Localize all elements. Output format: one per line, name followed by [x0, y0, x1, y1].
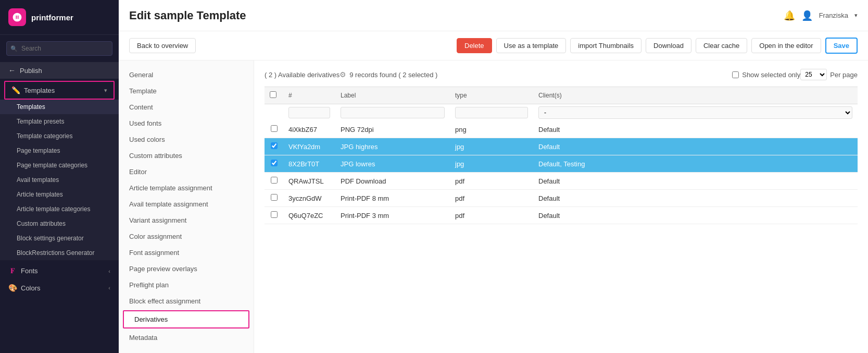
row2-hash: VKfYa2dm: [283, 138, 335, 155]
sidebar-item-templates[interactable]: ✏️ Templates ▾: [5, 82, 114, 99]
table-row: 3ycznGdW Print-PDF 8 mm pdf Default: [265, 190, 858, 207]
submenu-item-custom-attributes[interactable]: Custom attributes: [0, 216, 119, 231]
table-row: 4iXkbZ67 PNG 72dpi png Default: [265, 121, 858, 138]
search-area: [0, 35, 119, 62]
bell-icon[interactable]: 🔔: [784, 10, 795, 21]
left-nav-color-assignment[interactable]: Color assignment: [119, 228, 254, 245]
left-nav-page-preview-overlays[interactable]: Page preview overlays: [119, 261, 254, 277]
submenu-item-page-templates[interactable]: Page templates: [0, 143, 119, 158]
sidebar-publish[interactable]: ← Publish: [0, 62, 119, 79]
logo-text: printformer: [31, 13, 73, 22]
filter-type-input[interactable]: [455, 107, 528, 118]
row3-type: jpg: [450, 155, 533, 173]
left-nav-derivatives[interactable]: Derivatives: [124, 311, 248, 327]
submenu-item-block-restrictions[interactable]: BlockRestrictions Generator: [0, 246, 119, 260]
toolbar: Back to overview Delete Use as a templat…: [119, 31, 868, 60]
row3-clients: Default, Testing: [533, 155, 858, 173]
table-body: 4iXkbZ67 PNG 72dpi png Default VKfYa2dm …: [265, 121, 858, 224]
filter-checkbox-cell: [265, 104, 283, 121]
import-thumbnails-button[interactable]: import Thumbnails: [570, 38, 641, 53]
submenu-item-block-settings[interactable]: Block settings generator: [0, 231, 119, 246]
submenu-item-avail-templates[interactable]: Avail templates: [0, 173, 119, 187]
back-to-overview-button[interactable]: Back to overview: [129, 38, 196, 53]
row2-checkbox[interactable]: [271, 142, 278, 149]
pagination-area: 25 50 100 Per page: [800, 69, 858, 80]
row3-checkbox[interactable]: [271, 160, 278, 166]
left-nav-metadata[interactable]: Metadata: [119, 330, 254, 346]
derivatives-table: # Label type Client(s) - Defau: [265, 87, 858, 224]
sidebar: printformer ← Publish ✏️ Templates ▾ Tem…: [0, 0, 119, 353]
row6-checkbox-cell: [265, 207, 283, 224]
row3-hash: 8X2BrT0T: [283, 155, 335, 173]
submenu-item-article-templates[interactable]: Article templates: [0, 187, 119, 202]
table-info: ⚙ 9 records found ( 2 selected ): [339, 70, 437, 79]
save-button[interactable]: Save: [825, 38, 858, 54]
left-nav-avail-template-assignment[interactable]: Avail template assignment: [119, 196, 254, 212]
filter-clients-cell: - Default Testing: [533, 104, 858, 121]
row1-type: png: [450, 121, 533, 138]
row4-checkbox[interactable]: [271, 177, 278, 184]
row4-label: PDF Download: [335, 173, 450, 190]
search-input[interactable]: [6, 41, 112, 56]
table-header: # Label type Client(s): [265, 87, 858, 104]
left-nav: General Template Content Used fonts Used…: [119, 60, 254, 353]
left-nav-used-fonts[interactable]: Used fonts: [119, 115, 254, 131]
row6-type: pdf: [450, 207, 533, 224]
table-header-row: ( 2 ) Available derivatives ⚙ 9 records …: [265, 69, 858, 80]
section-title: ( 2 ) Available derivatives: [265, 71, 339, 79]
left-nav-general[interactable]: General: [119, 67, 254, 83]
open-editor-button[interactable]: Open in the editor: [751, 38, 821, 53]
row5-checkbox-cell: [265, 190, 283, 207]
user-dropdown-icon[interactable]: ▾: [854, 12, 858, 19]
download-button[interactable]: Download: [646, 38, 691, 53]
row5-clients: Default: [533, 190, 858, 207]
left-nav-custom-attributes[interactable]: Custom attributes: [119, 148, 254, 164]
row2-type: jpg: [450, 138, 533, 155]
row3-checkbox-cell: [265, 155, 283, 173]
gear-icon[interactable]: ⚙: [339, 70, 346, 79]
user-name[interactable]: Franziska: [819, 11, 848, 19]
show-selected-checkbox[interactable]: [732, 71, 739, 78]
left-nav-template[interactable]: Template: [119, 83, 254, 99]
left-nav-content[interactable]: Content: [119, 99, 254, 115]
left-nav-used-colors[interactable]: Used colors: [119, 131, 254, 148]
left-nav-block-effect-assignment[interactable]: Block effect assignment: [119, 293, 254, 309]
submenu-item-article-template-categories[interactable]: Article template categories: [0, 202, 119, 216]
left-nav-variant-assignment[interactable]: Variant assignment: [119, 212, 254, 228]
delete-button[interactable]: Delete: [457, 38, 492, 53]
select-all-checkbox[interactable]: [270, 91, 276, 98]
row5-checkbox[interactable]: [271, 194, 278, 201]
show-selected-area: Show selected only: [732, 71, 800, 79]
row6-clients: Default: [533, 207, 858, 224]
left-nav-article-template-assignment[interactable]: Article template assignment: [119, 180, 254, 196]
main-content: Edit sample Template 🔔 👤 Franziska ▾ Bac…: [119, 0, 868, 353]
row2-checkbox-cell: [265, 138, 283, 155]
sidebar-item-colors[interactable]: 🎨 Colors ‹: [0, 279, 119, 296]
filter-label-cell: [335, 104, 450, 121]
templates-icon: ✏️: [11, 86, 20, 94]
submenu-item-page-template-categories[interactable]: Page template categories: [0, 158, 119, 173]
left-nav-font-assignment[interactable]: Font assignment: [119, 245, 254, 261]
submenu-item-templates[interactable]: Templates: [0, 100, 119, 114]
row2-label: JPG highres: [335, 138, 450, 155]
row2-clients: Default: [533, 138, 858, 155]
clear-cache-button[interactable]: Clear cache: [696, 38, 747, 53]
filter-label-input[interactable]: [341, 107, 445, 118]
sidebar-item-fonts[interactable]: 𝐅 Fonts ‹: [0, 262, 119, 279]
filter-clients-select[interactable]: - Default Testing: [538, 106, 852, 119]
submenu-item-template-presets[interactable]: Template presets: [0, 114, 119, 129]
row4-checkbox-cell: [265, 173, 283, 190]
row5-label: Print-PDF 8 mm: [335, 190, 450, 207]
user-avatar-icon[interactable]: 👤: [801, 10, 813, 21]
left-nav-preflight-plan[interactable]: Preflight plan: [119, 277, 254, 293]
logo-icon: [8, 8, 26, 26]
left-nav-editor[interactable]: Editor: [119, 164, 254, 180]
filter-hash-input[interactable]: [288, 107, 330, 118]
row6-checkbox[interactable]: [271, 211, 278, 218]
row1-checkbox[interactable]: [271, 125, 278, 132]
top-right-area: 🔔 👤 Franziska ▾: [784, 10, 858, 21]
per-page-select[interactable]: 25 50 100: [800, 69, 827, 80]
submenu-item-template-categories[interactable]: Template categories: [0, 129, 119, 143]
use-as-template-button[interactable]: Use as a template: [496, 38, 567, 53]
row1-checkbox-cell: [265, 121, 283, 138]
